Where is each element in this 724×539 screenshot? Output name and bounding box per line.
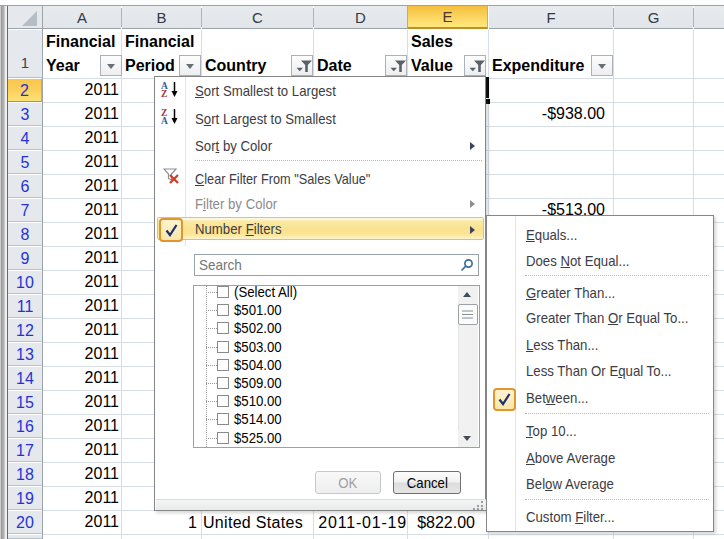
svg-text:Z: Z [161,89,167,98]
svg-text:A: A [161,116,168,125]
